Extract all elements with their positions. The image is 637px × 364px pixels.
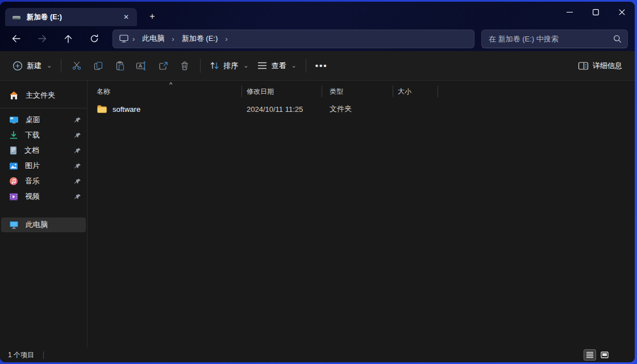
folder-icon — [97, 104, 107, 114]
paste-button[interactable] — [109, 56, 131, 76]
sidebar-item-desktop[interactable]: 桌面 — [1, 112, 86, 127]
pin-icon — [74, 147, 81, 154]
sort-icon — [210, 61, 219, 70]
sort-ascending-icon: ^ — [169, 81, 172, 88]
details-view-toggle[interactable] — [584, 349, 596, 361]
sidebar-item-label: 视频 — [25, 191, 40, 202]
forward-button[interactable] — [32, 29, 52, 48]
documents-icon — [9, 146, 18, 155]
share-button[interactable] — [152, 56, 174, 76]
command-toolbar: 新建 ⌄ — [0, 51, 635, 81]
new-plus-icon — [13, 61, 23, 71]
column-headers: 名称 ^ 修改日期 类型 大小 — [97, 84, 635, 99]
copy-button[interactable] — [88, 56, 109, 76]
navigation-bar: › 此电脑 › 新加卷 (E:) › — [0, 26, 635, 51]
up-button[interactable] — [58, 29, 78, 48]
sidebar-item-pictures[interactable]: 图片 — [1, 158, 86, 173]
new-tab-button[interactable]: + — [145, 9, 160, 24]
chevron-down-icon: ⌄ — [243, 62, 248, 69]
delete-button[interactable] — [174, 56, 195, 76]
status-divider — [43, 352, 44, 359]
search-icon — [613, 35, 622, 43]
file-explorer-window: 新加卷 (E:) ✕ + — [0, 2, 635, 362]
search-box[interactable] — [481, 30, 628, 48]
back-button[interactable] — [6, 29, 26, 48]
details-pane-button[interactable]: 详细信息 — [573, 56, 627, 76]
desktop-icon — [9, 116, 19, 124]
details-pane-label: 详细信息 — [593, 61, 622, 71]
breadcrumb-this-pc[interactable]: 此电脑 — [138, 32, 168, 45]
navigation-pane: 主文件夹 桌面 — [0, 81, 88, 348]
sort-button[interactable]: 排序 ⌄ — [205, 56, 253, 76]
chevron-right-icon: › — [168, 35, 177, 43]
this-pc-icon — [119, 34, 129, 43]
sidebar-item-label: 图片 — [25, 161, 40, 171]
copy-icon — [93, 61, 103, 71]
this-pc-icon — [9, 220, 19, 229]
share-icon — [158, 61, 169, 71]
sidebar-item-videos[interactable]: 视频 — [1, 189, 86, 204]
sidebar-item-label: 文档 — [24, 145, 39, 156]
chevron-down-icon: ⌄ — [47, 62, 52, 69]
sort-button-label: 排序 — [223, 61, 238, 71]
details-pane-icon — [578, 61, 589, 70]
column-header-type[interactable]: 类型 — [322, 86, 393, 97]
file-list: 名称 ^ 修改日期 类型 大小 software 202 — [88, 81, 635, 348]
sidebar-item-label: 下载 — [25, 130, 40, 140]
sidebar-item-documents[interactable]: 文档 — [1, 143, 86, 158]
tab-close-icon[interactable]: ✕ — [120, 11, 132, 23]
chevron-down-icon: ⌄ — [291, 62, 296, 69]
sidebar-item-label: 此电脑 — [26, 220, 48, 230]
thumbnails-view-toggle[interactable] — [598, 349, 611, 361]
column-header-size[interactable]: 大小 — [393, 86, 438, 97]
view-button[interactable]: 查看 ⌄ — [253, 56, 301, 76]
file-modified: 2024/10/11 11:25 — [242, 105, 322, 114]
file-type: 文件夹 — [322, 104, 393, 114]
paste-icon — [115, 61, 125, 71]
home-icon — [9, 91, 19, 100]
address-bar[interactable]: › 此电脑 › 新加卷 (E:) › — [113, 30, 474, 48]
sidebar-item-downloads[interactable]: 下载 — [1, 128, 86, 143]
tab-title: 新加卷 (E:) — [27, 12, 120, 22]
toolbar-divider — [61, 59, 61, 73]
pin-icon — [74, 177, 81, 185]
explorer-tab[interactable]: 新加卷 (E:) ✕ — [5, 8, 137, 26]
music-icon — [9, 177, 18, 186]
downloads-icon — [9, 131, 18, 140]
more-options-button[interactable]: ••• — [311, 56, 332, 76]
column-header-modified[interactable]: 修改日期 — [242, 86, 322, 97]
chevron-right-icon: › — [129, 35, 138, 43]
rename-icon — [136, 61, 147, 71]
more-icon: ••• — [315, 61, 328, 70]
pictures-icon — [9, 162, 18, 170]
breadcrumb-drive[interactable]: 新加卷 (E:) — [178, 32, 222, 45]
new-button[interactable]: 新建 ⌄ — [8, 56, 56, 76]
view-icon — [257, 61, 267, 70]
column-header-name[interactable]: 名称 ^ — [97, 86, 242, 97]
sidebar-item-label: 音乐 — [25, 176, 40, 186]
sidebar-item-label: 桌面 — [26, 115, 40, 125]
sidebar-item-label: 主文件夹 — [26, 90, 55, 101]
new-button-label: 新建 — [27, 61, 41, 71]
search-input[interactable] — [489, 35, 613, 43]
file-row-software[interactable]: software 2024/10/11 11:25 文件夹 — [97, 101, 635, 117]
toolbar-divider — [306, 59, 306, 73]
cut-button[interactable] — [66, 56, 88, 76]
status-bar: 1 个项目 — [0, 348, 635, 362]
cut-icon — [72, 60, 82, 71]
delete-icon — [180, 61, 190, 71]
rename-button[interactable] — [131, 56, 152, 76]
sidebar-item-music[interactable]: 音乐 — [1, 174, 86, 189]
chevron-right-icon: › — [222, 35, 231, 43]
sidebar-item-home[interactable]: 主文件夹 — [1, 87, 86, 104]
minimize-button[interactable] — [556, 2, 582, 22]
maximize-button[interactable] — [582, 2, 609, 22]
pin-icon — [74, 162, 81, 169]
refresh-button[interactable] — [84, 29, 105, 48]
file-name: software — [113, 105, 140, 114]
sidebar-item-this-pc[interactable]: 此电脑 — [1, 217, 86, 232]
pin-icon — [74, 131, 81, 139]
titlebar: 新加卷 (E:) ✕ + — [0, 2, 635, 26]
pin-icon — [74, 193, 81, 200]
close-button[interactable] — [609, 2, 635, 22]
